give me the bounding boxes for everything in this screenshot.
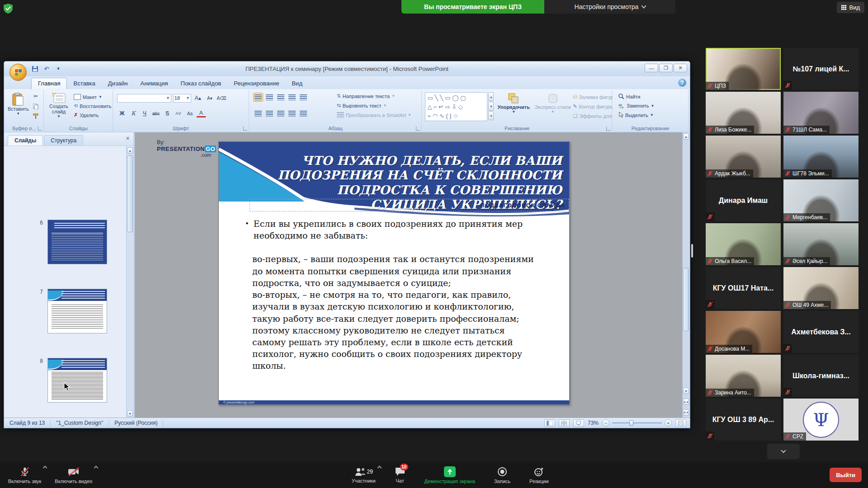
start-video-button[interactable]: Включить видео	[51, 462, 96, 488]
close-button[interactable]: ✕	[674, 64, 687, 72]
font-name-combo[interactable]: ▼	[117, 94, 171, 103]
align-text-button[interactable]: ⇆Выровнять текст▼	[335, 102, 413, 109]
scrollbar-thumb[interactable]	[683, 268, 689, 331]
paste-button[interactable]: Вставить ▼	[8, 93, 29, 116]
bold-button[interactable]: Ж	[117, 109, 127, 118]
participant-tile[interactable]: КГУ ОШ 3 89 Ар...	[706, 399, 781, 441]
zoom-slider-thumb[interactable]	[629, 420, 633, 426]
font-size-combo[interactable]: 18▼	[173, 94, 191, 103]
previous-slide-button[interactable]: ▲▲	[683, 399, 689, 405]
slide-thumbnail-6[interactable]	[47, 220, 107, 264]
participant-tile[interactable]: Мергенбаев...	[783, 179, 859, 221]
participants-options-chevron[interactable]	[377, 466, 382, 470]
smartart-button[interactable]: Преобразовать в SmartArt▼	[335, 112, 413, 118]
editor-scrollbar[interactable]: ▲ ▼ ▲▲ ▼▼	[682, 132, 690, 418]
view-options-button[interactable]: Настройки просмотра	[545, 0, 675, 14]
layout-button[interactable]: Макет▼	[72, 94, 113, 100]
tab-outline-pane[interactable]: Структура	[44, 135, 83, 145]
participant-tile[interactable]: ΨCPZ	[783, 399, 859, 441]
chat-button[interactable]: Чат 10	[391, 462, 409, 488]
participant-tile[interactable]: Әсел Қайыр...	[783, 223, 859, 265]
zoom-in-icon[interactable]: +	[665, 419, 672, 427]
ppt-titlebar[interactable]: ПРЕЗЕНТАЦИЯ к семинару [Режим совместимо…	[4, 61, 690, 76]
close-pane-icon[interactable]: ✕	[126, 136, 130, 141]
undo-button[interactable]: ↶	[42, 64, 51, 73]
numbering-button[interactable]	[264, 93, 274, 102]
participant-tile[interactable]: Зарина Аито...	[706, 355, 781, 397]
participant-tile[interactable]: ОШ 49 Ахме...	[783, 267, 859, 309]
font-color-button[interactable]: A	[196, 110, 206, 117]
restore-button[interactable]: ❐	[659, 64, 673, 72]
tab-vstavka[interactable]: Вставка	[67, 78, 101, 89]
scrollbar-thumb[interactable]	[127, 155, 133, 232]
shape-gallery[interactable]: ▭ ╲ ╲ ▭ ◯ ▢ △ ⌐ ↵ ⇨ ⇩ ◇ ⌁ ◠ ∿ { } ☆	[425, 92, 487, 121]
shapes-scroll-down[interactable]: ▼	[488, 102, 494, 111]
view-button[interactable]: Вид	[837, 2, 864, 13]
participant-tile[interactable]: Ардак Жыкб...	[706, 136, 781, 178]
grow-font-button[interactable]: A▴	[193, 94, 203, 103]
normal-view-button[interactable]	[544, 419, 555, 427]
italic-button[interactable]: К	[128, 109, 138, 118]
align-right-button[interactable]	[276, 109, 286, 118]
participant-tile[interactable]: 71ШЛ Сама...	[783, 92, 859, 134]
leave-meeting-button[interactable]: Выйти	[830, 468, 862, 482]
tab-pokaz-slaydov[interactable]: Показ слайдов	[175, 78, 228, 89]
scroll-up-icon[interactable]: ▲	[127, 147, 133, 154]
character-spacing-button[interactable]: AV	[174, 109, 184, 118]
panel-resize-handle[interactable]	[691, 244, 693, 258]
share-screen-button[interactable]: Демонстрация экрана	[421, 462, 479, 488]
scroll-down-icon[interactable]: ▼	[127, 410, 133, 417]
reactions-button[interactable]: Реакции	[526, 462, 552, 488]
participant-tile[interactable]: №107 лицей К...	[783, 48, 859, 90]
next-slide-button[interactable]: ▼▼	[683, 409, 689, 416]
select-button[interactable]: Выделить▼	[617, 112, 656, 118]
participant-tile[interactable]: Школа-гимназ...	[783, 355, 859, 397]
slide-canvas[interactable]: ЧТО НУЖНО ДЕЛАТЬ, ЕСЛИ ВАШИ ПОДОЗРЕНИЯ Н…	[218, 141, 570, 405]
audio-options-chevron[interactable]	[43, 466, 47, 470]
office-button[interactable]	[9, 64, 27, 81]
slide-thumbnail-7[interactable]	[47, 289, 107, 333]
participant-tile[interactable]: ЦПЗ	[706, 48, 781, 90]
unmute-button[interactable]: Включить звук	[5, 462, 45, 488]
participant-tile[interactable]: Досанова М...	[706, 311, 781, 353]
reset-slide-button[interactable]: ⟲Восстановить	[72, 103, 113, 109]
subtitle-placeholder[interactable]: ПОДЗАГОЛОВОК СЛАЙДА	[250, 199, 569, 211]
participant-tile[interactable]: КГУ ОШ17 Ната...	[706, 267, 781, 309]
text-shadow-button[interactable]: S	[162, 109, 172, 118]
arrange-button[interactable]: Упорядочить ▼	[497, 93, 530, 114]
delete-slide-button[interactable]: ✗Удалить	[72, 112, 113, 118]
tab-animatsiya[interactable]: Анимация	[134, 78, 175, 89]
strikethrough-button[interactable]: abc	[151, 109, 161, 118]
align-center-button[interactable]	[264, 109, 274, 118]
tab-slides-pane[interactable]: Слайды	[8, 135, 43, 145]
find-button[interactable]: Найти	[617, 93, 656, 100]
participants-button[interactable]: 29 Участники	[348, 462, 379, 488]
align-left-button[interactable]	[253, 109, 263, 118]
text-direction-button[interactable]: ⇅Направление текста▼	[335, 93, 413, 99]
line-spacing-button[interactable]	[298, 93, 308, 102]
participant-tile[interactable]: ШГ78 Эльми...	[783, 136, 859, 178]
slide-body-text[interactable]: • Если вы укрепились в своих подозрениях…	[245, 218, 538, 372]
save-button[interactable]	[30, 64, 39, 73]
show-more-participants-button[interactable]	[767, 444, 800, 459]
participant-tile[interactable]: Лиза Божике...	[706, 92, 781, 134]
new-slide-button[interactable]: Создать слайд▼	[46, 93, 71, 118]
slide-thumbnail-8[interactable]	[47, 358, 107, 403]
help-button[interactable]: ?	[678, 79, 686, 87]
shrink-font-button[interactable]: A▾	[205, 94, 215, 103]
bullets-button[interactable]	[253, 93, 263, 102]
shapes-more-button[interactable]: ▼	[488, 111, 494, 120]
zoom-out-icon[interactable]: −	[602, 419, 609, 427]
participant-tile[interactable]: Ольга Васил...	[706, 223, 781, 265]
fit-to-window-button[interactable]	[675, 419, 686, 427]
underline-button[interactable]: Ч	[140, 109, 150, 118]
thumbnails-scrollbar[interactable]: ▲ ▼	[126, 146, 133, 418]
tab-glavnaya[interactable]: Главная	[31, 78, 67, 89]
slide-sorter-button[interactable]	[559, 419, 570, 427]
shapes-scroll-up[interactable]: ▲	[488, 92, 494, 101]
tab-retsenzirovanie[interactable]: Рецензирование	[227, 78, 285, 89]
video-options-chevron[interactable]	[94, 466, 99, 470]
paragraph-dialog-launcher[interactable]	[416, 127, 420, 131]
clear-formatting-button[interactable]: A⌫	[217, 94, 226, 103]
record-button[interactable]: Запись	[491, 462, 514, 488]
